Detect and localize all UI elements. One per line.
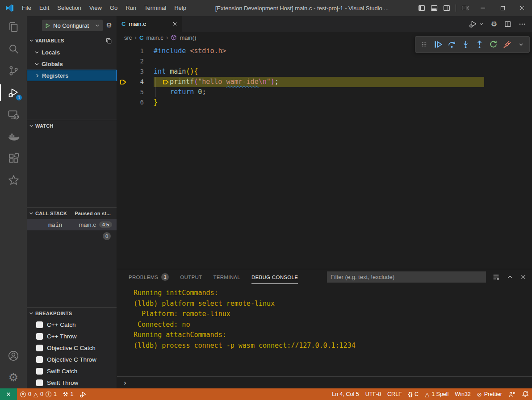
toggle-sidebar-icon[interactable] [418,4,425,12]
activity-account-icon[interactable] [0,345,27,367]
maximize-button[interactable] [493,0,512,16]
variables-item-locals[interactable]: Locals [27,46,117,58]
variables-item-globals[interactable]: Globals [27,58,117,70]
line-number[interactable]: 4 [130,77,144,87]
debug-restart-icon[interactable] [488,38,498,51]
glyph-margin[interactable] [117,46,130,56]
activity-favorites-star-icon[interactable] [0,169,27,191]
menu-help[interactable]: Help [170,0,190,16]
problems-status-item[interactable]: ✕ 0 △ 0 i 1 [17,388,60,400]
debug-status-icon[interactable] [76,388,90,400]
configure-launch-gear-icon[interactable]: ⚙ [106,21,112,29]
checkbox[interactable] [36,321,43,328]
breadcrumb-folder[interactable]: src [124,34,132,41]
debug-step-over-icon[interactable] [447,38,457,51]
checkbox[interactable] [36,368,43,375]
breakpoint-row-cpp-catch[interactable]: C++ Catch [27,319,117,330]
start-debug-icon[interactable] [45,23,50,29]
line-number[interactable]: 3 [130,67,144,77]
tab-problems[interactable]: PROBLEMS 1 [129,269,169,284]
cursor-position-item[interactable]: Ln 4, Col 5 [329,388,362,400]
call-stack-section-header[interactable]: CALL STACK Paused on st... [27,207,117,219]
glyph-margin[interactable] [117,87,130,97]
breakpoint-row-objc-catch[interactable]: Objective C Catch [27,342,117,354]
code-line-2[interactable]: 2 [117,56,532,67]
checkbox[interactable] [36,356,43,363]
formatter-item[interactable]: ⊘ Prettier [474,388,505,400]
close-tab-icon[interactable] [172,21,178,27]
tab-main-c[interactable]: C main.c [117,16,182,32]
debug-console-input[interactable]: › [117,376,532,388]
minimize-button[interactable] [473,0,493,16]
eol-item[interactable]: CRLF [384,388,405,400]
code-editor[interactable]: 1 #include <stdio.h> 2 3 int main(){ [117,43,532,269]
breakpoint-row-cpp-throw[interactable]: C++ Throw [27,330,117,342]
debug-step-out-icon[interactable] [474,38,484,51]
menu-terminal[interactable]: Terminal [140,0,170,16]
more-actions-icon[interactable] [519,21,526,28]
glyph-margin[interactable] [117,56,130,67]
debug-disconnect-icon[interactable] [502,38,512,51]
activity-source-control-icon[interactable] [0,60,27,82]
debug-continue-icon[interactable] [433,38,443,51]
menu-go[interactable]: Go [106,0,121,16]
line-number[interactable]: 2 [130,56,144,67]
toggle-panel-icon[interactable] [431,4,438,12]
close-window-button[interactable] [512,0,532,16]
breakpoint-row-swift-throw[interactable]: Swift Throw [27,377,117,388]
feedback-item[interactable] [505,388,519,400]
checkbox[interactable] [36,345,43,351]
variables-section-header[interactable]: VARIABLES [27,35,117,46]
platform-item[interactable]: Win32 [452,388,473,400]
maximize-panel-chevron-icon[interactable] [507,274,513,280]
split-editor-icon[interactable] [504,21,511,28]
menu-edit[interactable]: Edit [35,0,53,16]
current-line-arrow-icon[interactable] [117,77,130,87]
code-line-5[interactable]: 5 return 0; [117,87,532,97]
remote-indicator[interactable] [0,388,17,400]
run-or-debug-button[interactable] [469,20,484,28]
breakpoint-row-objc-throw[interactable]: Objective C Throw [27,354,117,365]
watch-section-header[interactable]: WATCH [27,120,117,131]
activity-search-icon[interactable] [0,38,27,60]
breadcrumb-symbol[interactable]: main() [180,34,196,41]
menu-selection[interactable]: Selection [53,0,85,16]
spell-checker-item[interactable]: △ 1 Spell [422,388,452,400]
menu-file[interactable]: File [18,0,35,16]
activity-remote-explorer-icon[interactable] [0,104,27,125]
menu-run[interactable]: Run [121,0,140,16]
glyph-margin[interactable] [117,97,130,108]
customize-layout-icon[interactable] [461,4,469,12]
toolchain-status-item[interactable]: ⚒ 1 [60,388,77,400]
activity-extensions-icon[interactable] [0,147,27,169]
close-panel-icon[interactable] [520,274,527,280]
breadcrumb-file[interactable]: main.c [146,34,163,41]
clear-console-icon[interactable] [492,273,500,281]
toggle-secondary-sidebar-icon[interactable] [443,4,450,12]
code-line-3[interactable]: 3 int main(){ [117,67,532,77]
tab-debug-console[interactable]: DEBUG CONSOLE [251,269,298,284]
session-row[interactable]: 0 [27,230,117,242]
variables-item-registers[interactable]: Registers [27,70,117,81]
toolbar-drag-grip[interactable] [419,38,429,51]
menu-view[interactable]: View [85,0,106,16]
encoding-item[interactable]: UTF-8 [362,388,384,400]
breakpoints-section-header[interactable]: BREAKPOINTS [27,307,117,319]
notifications-item[interactable] [519,388,532,400]
tab-output[interactable]: OUTPUT [180,269,202,284]
breakpoint-row-swift-catch[interactable]: Swift Catch [27,365,117,377]
code-line-4-current[interactable]: 4 printf("hello wamr-ide\n"); [117,77,532,87]
checkbox[interactable] [36,333,43,340]
glyph-margin[interactable] [117,67,130,77]
tab-terminal[interactable]: TERMINAL [213,269,240,284]
language-mode-item[interactable]: {} C [405,388,422,400]
collapse-all-icon[interactable] [105,38,112,44]
activity-docker-icon[interactable] [0,125,27,147]
line-number[interactable]: 6 [130,97,144,108]
activity-settings-gear-icon[interactable]: ⚙ [0,367,27,388]
code-line-6[interactable]: 6 } [117,97,532,108]
line-number[interactable]: 5 [130,87,144,97]
launch-config-dropdown[interactable]: No Configurat [42,20,103,31]
line-number[interactable]: 1 [130,46,144,56]
stack-frame-row[interactable]: main main.c 4:5 [27,219,117,230]
